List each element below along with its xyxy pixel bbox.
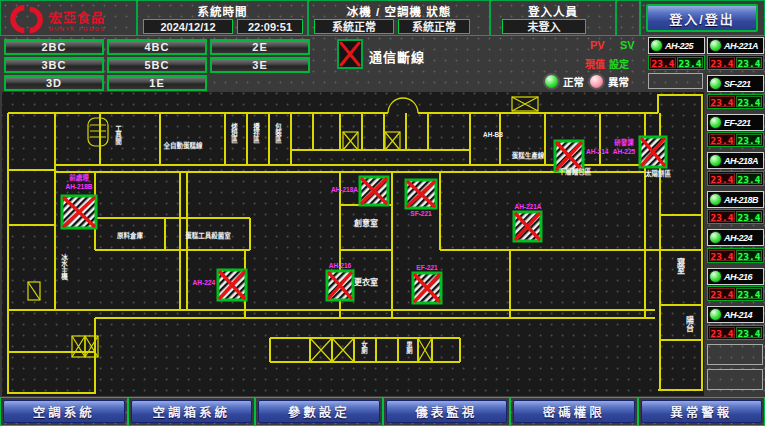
unit-name: AH-216	[724, 272, 752, 282]
normal-led-icon	[543, 73, 560, 90]
machine-status-title: 冰機 / 空調機 狀態	[309, 3, 489, 19]
ahu-marker-sf221[interactable]	[406, 180, 436, 208]
login-title: 登入人員	[491, 3, 615, 19]
ahu-marker-ah214[interactable]	[555, 141, 583, 171]
system-time-title: 系統時間	[138, 3, 307, 19]
floor-button-4bc[interactable]: 4BC	[107, 39, 207, 55]
ahu-marker-ah225[interactable]	[640, 137, 666, 167]
unit-values-ah221a: 23.4 23.4	[707, 55, 764, 70]
room-label: 蛋糕生產線	[512, 151, 545, 160]
nav-password-auth-button[interactable]: 密碼權限	[513, 400, 635, 423]
floor-button-5bc[interactable]: 5BC	[107, 57, 207, 73]
ahu-marker-ah221a[interactable]	[514, 212, 541, 241]
nav-alarm-button[interactable]: 異常警報	[641, 400, 763, 423]
unit-row-ah225[interactable]: AH-225	[648, 37, 705, 54]
run-led-icon	[709, 308, 722, 321]
unit-name: AH-221A	[724, 41, 758, 51]
unit-row-ah224[interactable]: AH-224	[707, 229, 764, 246]
run-led-icon	[709, 77, 722, 90]
unit-values-ef221: 23.4 23.4	[707, 132, 764, 147]
run-led-icon	[709, 193, 722, 206]
floor-button-3d[interactable]: 3D	[4, 75, 104, 91]
room-label: 攪拌區	[253, 122, 260, 144]
ahu-marker-ah218b[interactable]	[62, 196, 96, 228]
room-label: 更衣室	[354, 277, 378, 287]
login-panel: 登入人員 未登入	[490, 0, 616, 36]
room-label: 寢室	[676, 257, 686, 275]
sv-value: 23.4	[736, 250, 762, 261]
floor-button-2e[interactable]: 2E	[210, 39, 310, 55]
nav-ahu-system-button[interactable]: 空調箱系統	[131, 400, 253, 423]
room-label: 千層麵包區	[559, 167, 592, 176]
sv-value: 23.4	[736, 327, 762, 338]
marker-label: AH-218B	[65, 183, 92, 190]
unit-row-ef221[interactable]: EF-221	[707, 114, 764, 131]
ahu-marker-ah218a[interactable]	[360, 177, 388, 205]
sv-value: 23.4	[736, 288, 762, 299]
marker-label: SF-221	[410, 210, 432, 217]
room-label: 原料倉庫	[117, 231, 144, 240]
room-label: 創意室	[353, 218, 378, 228]
pv-value: 23.4	[709, 288, 735, 299]
pv-value: 23.4	[709, 134, 735, 145]
floor-button-1e[interactable]: 1E	[107, 75, 207, 91]
floor-button-3e[interactable]: 3E	[210, 57, 310, 73]
ahu-marker-ef221[interactable]	[413, 273, 441, 303]
unit-name: SF-221	[724, 79, 751, 89]
comm-fail-label: 通信斷線	[369, 47, 425, 66]
unit-row-ah218a[interactable]: AH-218A	[707, 152, 764, 169]
machine-status-panel: 冰機 / 空調機 狀態 系統正常 系統正常	[308, 0, 490, 36]
login-button-panel: 登入/登出	[640, 0, 765, 36]
nav-ac-system-button[interactable]: 空調系統	[3, 400, 125, 423]
marker-label: AH-221A	[514, 203, 541, 210]
ahu-marker-ah216[interactable]	[327, 271, 353, 300]
legend-sv-name: 設定	[609, 56, 629, 71]
pv-value: 23.4	[709, 250, 735, 261]
unit-values-ah225: 23.4 23.4	[648, 55, 705, 70]
run-led-icon	[650, 39, 663, 52]
sv-value: 23.4	[736, 134, 762, 145]
unit-values-sf221: 23.4 23.4	[707, 94, 764, 109]
unit-values-ah224: 23.4 23.4	[707, 248, 764, 263]
run-led-icon	[709, 116, 722, 129]
abnormal-led-icon	[588, 73, 605, 90]
legend-normal-label: 正常	[563, 74, 584, 89]
room-label: 工具間	[115, 125, 122, 146]
room-label: 陽台	[685, 315, 694, 333]
marker-label: EF-221	[416, 264, 438, 271]
marker-label: AH-224	[193, 279, 216, 286]
floor-button-2bc[interactable]: 2BC	[4, 39, 104, 55]
unit-row-ah218b[interactable]: AH-218B	[707, 191, 764, 208]
sv-value: 23.4	[736, 96, 762, 107]
nav-meter-monitor-button[interactable]: 儀表監視	[386, 400, 508, 423]
brand-panel: 宏亞食品 HUNYA FOODS	[0, 0, 137, 36]
system-time-panel: 系統時間 2024/12/12 22:09:51	[137, 0, 308, 36]
empty-slot	[707, 369, 763, 390]
empty-slot	[648, 73, 703, 89]
ahu-marker-ah224[interactable]	[218, 270, 246, 300]
date-display: 2024/12/12	[143, 19, 233, 34]
nav-param-settings-button[interactable]: 參數設定	[258, 400, 380, 423]
pv-value: 23.4	[709, 57, 735, 68]
legend-sv: SV	[620, 39, 635, 51]
pv-value: 23.4	[709, 96, 735, 107]
unit-row-sf221[interactable]: SF-221	[707, 75, 764, 92]
unit-row-ah221a[interactable]: AH-221A	[707, 37, 764, 54]
unit-row-ah216[interactable]: AH-216	[707, 268, 764, 285]
room-label: 女廁	[361, 340, 368, 356]
unit-values-ah218a: 23.4 23.4	[707, 171, 764, 186]
hmi-screen: 宏亞食品 HUNYA FOODS 系統時間 2024/12/12 22:09:5…	[0, 0, 765, 426]
sv-value: 23.4	[736, 211, 762, 222]
marker-label: AH-218A	[331, 186, 358, 193]
floor-button-3bc[interactable]: 3BC	[4, 57, 104, 73]
unit-row-ah214[interactable]: AH-214	[707, 306, 764, 323]
comm-fail-icon	[337, 39, 363, 69]
login-logout-button[interactable]: 登入/登出	[646, 4, 758, 32]
unit-name: AH-218B	[724, 195, 758, 205]
unit-name: EF-221	[724, 118, 751, 128]
brand-logo-icon	[9, 4, 45, 34]
ahu-status: 系統正常	[398, 19, 470, 34]
room-label: 烤焙區	[231, 122, 238, 144]
sv-value: 23.4	[736, 57, 762, 68]
room-label: AH-B3	[483, 131, 503, 138]
